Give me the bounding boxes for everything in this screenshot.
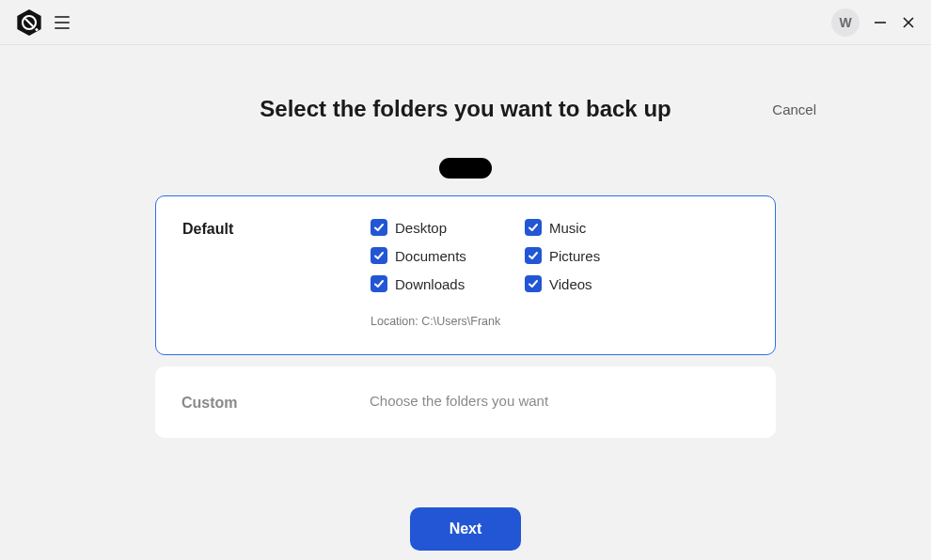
folders-area: Desktop Music Documents [371, 219, 749, 328]
folder-label: Desktop [395, 220, 447, 236]
titlebar-left [15, 8, 70, 37]
titlebar-right: W [831, 8, 916, 37]
close-button[interactable] [901, 15, 916, 30]
cancel-button[interactable]: Cancel [772, 101, 816, 117]
custom-section-label: Custom [181, 393, 370, 412]
folder-label: Pictures [549, 248, 600, 264]
card-inner: Default Desktop Music [182, 219, 749, 328]
folder-grid: Desktop Music Documents [371, 219, 749, 292]
folder-item-documents: Documents [371, 247, 521, 264]
header-row: Select the folders you want to back up C… [0, 96, 931, 122]
titlebar: W [0, 0, 931, 45]
location-text: Location: C:\Users\Frank [371, 315, 749, 328]
checkbox-videos[interactable] [525, 275, 542, 292]
folder-item-pictures: Pictures [525, 247, 675, 264]
checkbox-documents[interactable] [371, 247, 387, 264]
default-folders-card[interactable]: Default Desktop Music [155, 195, 776, 355]
checkbox-desktop[interactable] [371, 219, 387, 236]
minimize-button[interactable] [873, 15, 888, 30]
folder-label: Documents [395, 248, 466, 264]
folder-label: Downloads [395, 276, 465, 292]
main-content: Select the folders you want to back up C… [0, 45, 931, 551]
app-logo-icon [15, 8, 43, 37]
menu-icon[interactable] [55, 16, 70, 29]
page-title: Select the folders you want to back up [260, 96, 671, 122]
redacted-pill [439, 158, 492, 179]
folder-label: Videos [549, 276, 592, 292]
checkbox-pictures[interactable] [525, 247, 542, 264]
checkbox-downloads[interactable] [371, 275, 387, 292]
folder-item-downloads: Downloads [371, 275, 521, 292]
folder-item-videos: Videos [525, 275, 675, 292]
avatar[interactable]: W [831, 8, 860, 37]
svg-point-3 [35, 28, 38, 31]
card-inner: Custom Choose the folders you want [181, 393, 750, 412]
folder-label: Music [549, 220, 586, 236]
folder-item-desktop: Desktop [371, 219, 521, 236]
custom-folders-card[interactable]: Custom Choose the folders you want [155, 366, 776, 438]
default-section-label: Default [182, 219, 371, 328]
next-button[interactable]: Next [410, 507, 521, 551]
folder-item-music: Music [525, 219, 675, 236]
checkbox-music[interactable] [525, 219, 542, 236]
custom-hint: Choose the folders you want [370, 393, 548, 412]
